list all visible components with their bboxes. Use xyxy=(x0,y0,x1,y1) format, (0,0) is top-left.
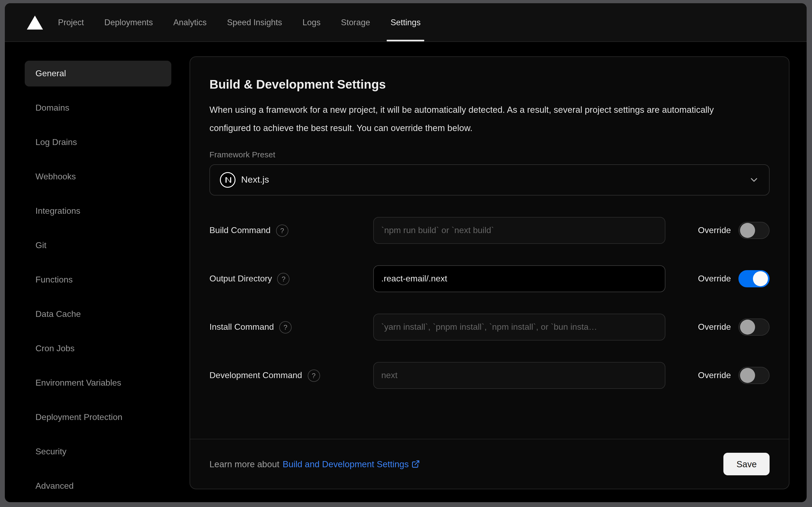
sidebar-item-functions[interactable]: Functions xyxy=(25,267,171,293)
section-description: When using a framework for a new project… xyxy=(210,101,744,137)
nav-tab-logs[interactable]: Logs xyxy=(303,3,321,41)
toggle-knob xyxy=(753,271,768,286)
page-title: Build & Development Settings xyxy=(210,77,769,92)
nav-tab-deployments[interactable]: Deployments xyxy=(105,3,153,41)
override-label: Override xyxy=(698,274,731,284)
output-directory-row: Output Directory ? Override xyxy=(210,265,769,292)
help-icon[interactable]: ? xyxy=(279,321,292,333)
override-label: Override xyxy=(698,322,731,332)
sidebar-item-domains[interactable]: Domains xyxy=(25,95,171,121)
sidebar-item-general[interactable]: General xyxy=(25,61,171,87)
nav-tabs: Project Deployments Analytics Speed Insi… xyxy=(58,3,420,41)
settings-rows: Build Command ? Override xyxy=(210,217,769,389)
sidebar-item-git[interactable]: Git xyxy=(25,233,171,258)
sidebar-item-integrations[interactable]: Integrations xyxy=(25,198,171,224)
sidebar-item-advanced[interactable]: Advanced xyxy=(25,473,171,499)
framework-preset-select[interactable]: Next.js xyxy=(210,164,769,195)
override-label: Override xyxy=(698,371,731,380)
help-icon[interactable]: ? xyxy=(276,224,288,237)
build-command-label: Build Command xyxy=(210,226,271,235)
toggle-knob xyxy=(740,223,755,238)
output-directory-override-toggle[interactable] xyxy=(739,270,769,287)
install-command-row: Install Command ? Override xyxy=(210,314,769,340)
build-settings-card: Build & Development Settings When using … xyxy=(189,56,790,489)
settings-content: General Domains Log Drains Webhooks Inte… xyxy=(5,42,807,502)
nav-tab-settings[interactable]: Settings xyxy=(391,3,420,41)
chevron-down-icon xyxy=(749,175,759,185)
build-command-row: Build Command ? Override xyxy=(210,217,769,244)
settings-sidebar: General Domains Log Drains Webhooks Inte… xyxy=(5,42,171,502)
learn-more-text: Learn more about Build and Development S… xyxy=(210,459,420,469)
development-command-input[interactable] xyxy=(373,362,665,389)
install-command-input[interactable] xyxy=(373,314,665,340)
sidebar-item-environment-variables[interactable]: Environment Variables xyxy=(25,370,171,396)
card-footer: Learn more about Build and Development S… xyxy=(190,439,789,489)
sidebar-item-deployment-protection[interactable]: Deployment Protection xyxy=(25,404,171,430)
install-command-override-toggle[interactable] xyxy=(739,319,769,336)
save-button[interactable]: Save xyxy=(723,453,769,475)
build-command-input[interactable] xyxy=(373,217,665,244)
external-link-icon xyxy=(411,460,420,468)
sidebar-item-data-cache[interactable]: Data Cache xyxy=(25,301,171,327)
settings-main: Build & Development Settings When using … xyxy=(171,42,807,502)
toggle-knob xyxy=(740,368,755,383)
development-command-label: Development Command xyxy=(210,371,302,380)
development-command-override-toggle[interactable] xyxy=(739,367,769,384)
sidebar-item-cron-jobs[interactable]: Cron Jobs xyxy=(25,336,171,361)
nav-tab-speed-insights[interactable]: Speed Insights xyxy=(227,3,282,41)
build-settings-body: Build & Development Settings When using … xyxy=(190,57,789,439)
output-directory-label: Output Directory xyxy=(210,274,272,284)
screen-backdrop: Project Deployments Analytics Speed Insi… xyxy=(0,0,812,507)
sidebar-item-security[interactable]: Security xyxy=(25,439,171,464)
learn-more-prefix: Learn more about xyxy=(210,459,280,469)
build-settings-docs-link[interactable]: Build and Development Settings xyxy=(283,459,420,469)
toggle-knob xyxy=(740,320,755,335)
framework-preset-value: Next.js xyxy=(241,175,269,185)
app-window: Project Deployments Analytics Speed Insi… xyxy=(5,3,807,502)
nav-tab-analytics[interactable]: Analytics xyxy=(173,3,207,41)
docs-link-label: Build and Development Settings xyxy=(283,459,409,469)
help-icon[interactable]: ? xyxy=(277,273,290,285)
vercel-triangle-logo[interactable] xyxy=(27,15,43,29)
install-command-label: Install Command xyxy=(210,322,274,332)
override-label: Override xyxy=(698,226,731,235)
top-navigation: Project Deployments Analytics Speed Insi… xyxy=(5,3,807,42)
framework-preset-label: Framework Preset xyxy=(210,150,769,159)
build-command-override-toggle[interactable] xyxy=(739,222,769,239)
development-command-row: Development Command ? Override xyxy=(210,362,769,389)
sidebar-item-webhooks[interactable]: Webhooks xyxy=(25,164,171,189)
output-directory-input[interactable] xyxy=(373,265,665,292)
sidebar-item-log-drains[interactable]: Log Drains xyxy=(25,129,171,155)
nextjs-logo xyxy=(220,172,236,188)
nav-tab-project[interactable]: Project xyxy=(58,3,84,41)
help-icon[interactable]: ? xyxy=(307,369,320,382)
nav-tab-storage[interactable]: Storage xyxy=(341,3,370,41)
